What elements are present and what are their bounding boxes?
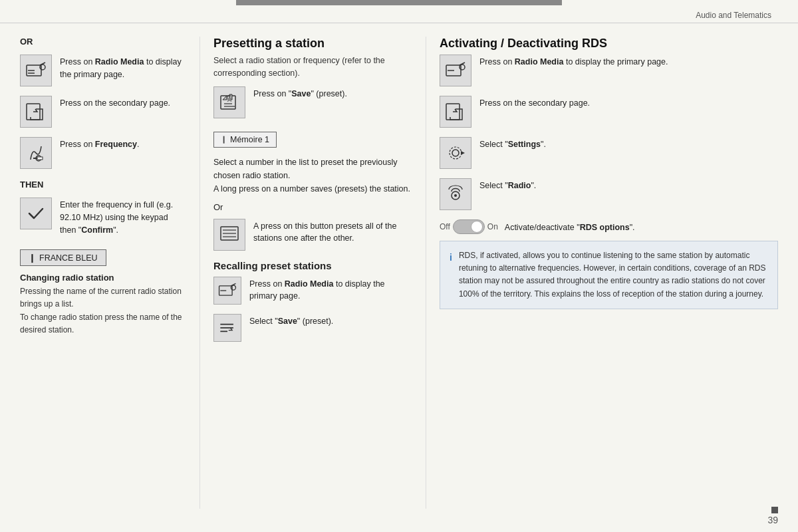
recalling-save-row: Select "Save" (preset).: [213, 314, 412, 342]
rds-radio-media-text: Press on Radio Media to display the prim…: [479, 55, 668, 68]
radio-media-text: Press on Radio Media to display the prim…: [60, 55, 186, 81]
france-bleu-button[interactable]: ❙ FRANCE BLEU: [20, 249, 106, 266]
page-footer: 39: [767, 507, 778, 525]
rds-radio-media-row: Press on Radio Media to display the prim…: [440, 55, 778, 86]
presetting-title: Presetting a station: [213, 37, 412, 51]
recalling-title: Recalling preset stations: [213, 260, 412, 271]
toggle-description: Activate/deactivate "RDS options".: [505, 220, 635, 234]
rds-settings-text: Select "Settings".: [479, 137, 546, 151]
info-icon: i: [450, 250, 452, 301]
rds-radio-icon: [440, 178, 471, 210]
frequency-row: Press on Frequency.: [20, 137, 186, 169]
rds-secondary-text: Press on the secondary page.: [479, 96, 590, 110]
rds-secondary-row: Press on the secondary page.: [440, 96, 778, 128]
memory-button[interactable]: ❙ Mémoire 1: [213, 132, 277, 148]
radio-media-row: Press on Radio Media to display the prim…: [20, 55, 186, 86]
frequency-icon: [20, 137, 52, 169]
center-column: Presetting a station Select a radio stat…: [200, 37, 426, 509]
header-title: Audio and Telematics: [696, 11, 771, 20]
svg-point-29: [454, 194, 457, 197]
or-label: OR: [20, 37, 186, 47]
recalling-radio-icon: [213, 277, 241, 305]
memory-description: Select a number in the list to preset th…: [213, 154, 412, 196]
secondary-page-text: Press on the secondary page.: [60, 96, 170, 110]
toggle-off-label: Off: [440, 222, 450, 231]
save-preset-row: Press on "Save" (preset).: [213, 86, 412, 118]
settings-icon: [440, 137, 471, 169]
page-square: [771, 507, 778, 513]
right-column: Activating / Deactivating RDS Press on R…: [426, 37, 778, 509]
save-preset-icon: [213, 86, 245, 118]
recalling-radio-text: Press on Radio Media to display the prim…: [249, 277, 412, 303]
radio-media-icon: [20, 55, 52, 86]
secondary-page-row: Press on the secondary page.: [20, 96, 186, 128]
all-stations-icon: [213, 219, 245, 251]
memory-label: Mémoire 1: [230, 135, 269, 144]
confirm-row: Enter the frequency in full (e.g. 92.10 …: [20, 198, 186, 236]
toggle-knob: [471, 221, 483, 233]
save-preset-text: Press on "Save" (preset).: [253, 86, 347, 100]
memory-icon: ❙: [221, 135, 227, 144]
svg-rect-8: [221, 96, 235, 109]
rds-toggle[interactable]: [453, 219, 485, 234]
activating-title: Activating / Deactivating RDS: [440, 37, 778, 51]
confirm-icon: [20, 198, 52, 229]
rds-secondary-icon: [440, 96, 471, 128]
recalling-radio-row: Press on Radio Media to display the prim…: [213, 277, 412, 305]
confirm-text: Enter the frequency in full (e.g. 92.10 …: [60, 198, 186, 236]
page-header: Audio and Telematics: [0, 5, 798, 23]
or-text: Or: [213, 202, 412, 212]
info-text: RDS, if activated, allows you to continu…: [459, 249, 768, 301]
top-progress-bar: [236, 0, 562, 5]
all-stations-row: A press on this button presets all of th…: [213, 219, 412, 251]
recalling-save-text: Select "Save" (preset).: [249, 314, 333, 328]
rds-settings-row: Select "Settings".: [440, 137, 778, 169]
rds-radio-text: Select "Radio".: [479, 178, 536, 192]
toggle-row: Off On Activate/deactivate "RDS options"…: [440, 219, 778, 234]
svg-marker-27: [461, 151, 465, 155]
page-number: 39: [767, 515, 778, 525]
rds-radio-row: Select "Radio".: [440, 178, 778, 210]
changing-radio-text: Pressing the name of the current radio s…: [20, 285, 186, 336]
svg-rect-7: [37, 157, 43, 160]
svg-point-25: [452, 150, 459, 156]
secondary-page-icon: [20, 96, 52, 128]
rds-radio-media-icon: [440, 55, 471, 86]
france-btn-icon: ❙: [29, 253, 36, 263]
info-box: i RDS, if activated, allows you to conti…: [440, 241, 778, 309]
france-btn-label: FRANCE BLEU: [39, 253, 98, 263]
changing-radio-title: Changing radio station: [20, 273, 186, 283]
presetting-subtitle: Select a radio station or frequency (ref…: [213, 55, 412, 80]
all-stations-text: A press on this button presets all of th…: [253, 219, 412, 245]
toggle-on-label: On: [487, 222, 498, 231]
then-label: THEN: [20, 180, 186, 190]
left-column: OR Press on Radio Media to display the p…: [20, 37, 200, 509]
recalling-save-icon: [213, 314, 241, 342]
frequency-text: Press on Frequency.: [60, 137, 140, 151]
svg-point-26: [450, 147, 462, 159]
